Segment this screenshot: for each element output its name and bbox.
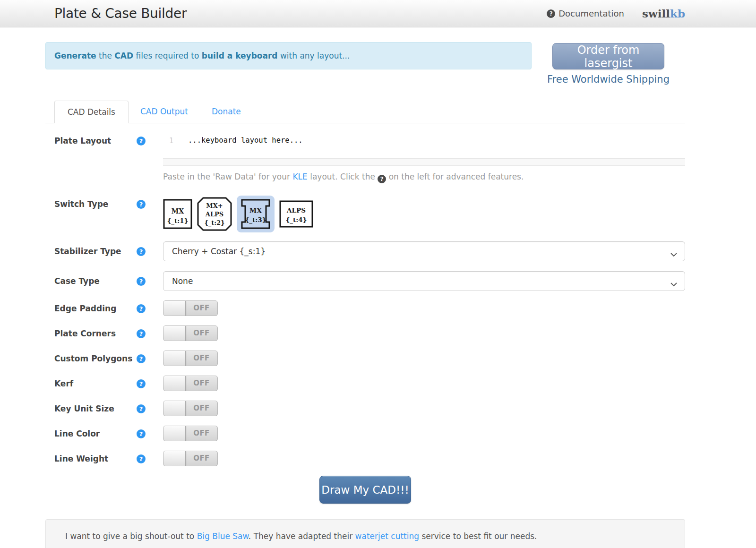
line-weight-row: Line Weight ? OFF [54,451,685,466]
question-icon[interactable]: ? [137,277,146,286]
svg-text:{_t:2}: {_t:2} [204,219,224,227]
question-icon[interactable]: ? [137,137,146,146]
banner-bold-cad: CAD [114,51,133,60]
kerf-row: Kerf ? OFF [54,376,685,391]
chevron-down-icon [670,249,678,259]
toggle-state-label: OFF [186,301,217,316]
tab-cad-output[interactable]: CAD Output [129,100,200,123]
help-text-segment: on the left for advanced features. [386,172,524,181]
svg-text:{_t:4}: {_t:4} [286,216,307,224]
plate-corners-label: Plate Corners [54,329,137,338]
switch-type-row: Switch Type ? MX {_t:1} MX+ ALPS {_t:2} [54,196,685,232]
toggle-state-label: OFF [186,451,217,466]
toggle-handle [163,301,186,316]
question-icon[interactable]: ? [137,354,146,363]
question-icon[interactable]: ? [137,304,146,313]
kle-link[interactable]: KLE [292,172,307,181]
banner-text: the [96,51,115,60]
key-unit-size-row: Key Unit Size ? OFF [54,401,685,416]
stabilizer-type-value: Cherry + Costar {_s:1} [172,247,266,256]
key-unit-size-toggle[interactable]: OFF [163,401,218,416]
tab-donate[interactable]: Donate [200,100,253,123]
edge-padding-toggle[interactable]: OFF [163,300,218,316]
documentation-link[interactable]: ? Documentation [547,9,624,18]
switch-type-label: Switch Type [54,196,137,209]
line-weight-label: Line Weight [54,454,137,463]
editor-code-text: ...keyboard layout here... [182,133,303,158]
question-icon[interactable]: ? [137,429,146,438]
svg-text:MX+: MX+ [206,202,223,209]
info-banner: Generate the CAD files required to build… [45,42,532,69]
top-row: Generate the CAD files required to build… [45,42,685,85]
plate-layout-row: Plate Layout ? 1 ...keyboard layout here… [54,133,685,183]
toggle-handle [163,376,186,391]
switch-option-alps-t4[interactable]: ALPS {_t:4} [279,200,313,228]
plate-layout-editor[interactable]: 1 ...keyboard layout here... [163,133,685,158]
switch-option-mx-alps-t2[interactable]: MX+ ALPS {_t:2} [197,197,232,231]
order-column: Order from lasergist Free Worldwide Ship… [532,42,685,85]
custom-polygons-label: Custom Polygons [54,354,137,363]
switch-options: MX {_t:1} MX+ ALPS {_t:2} MX {_t:3} [163,196,685,232]
question-icon[interactable]: ? [137,200,146,209]
waterjet-cutting-link[interactable]: waterjet cutting [355,531,419,541]
question-icon[interactable]: ? [137,404,146,413]
help-text-segment: layout. Click the [308,172,378,181]
line-color-label: Line Color [54,429,137,438]
custom-polygons-toggle[interactable]: OFF [163,351,218,366]
plate-corners-row: Plate Corners ? OFF [54,325,685,341]
help-text-segment: Paste in the 'Raw Data' for your [163,172,292,181]
footer-text-segment: I want to give a big shout-out to [65,531,197,541]
editor-horizontal-scrollbar[interactable] [163,158,685,166]
draw-my-cad-button[interactable]: Draw My CAD!!! [319,476,411,504]
question-icon[interactable]: ? [137,247,146,256]
svg-text:MX: MX [249,207,262,214]
question-icon[interactable]: ? [137,454,146,463]
free-shipping-note: Free Worldwide Shipping [547,74,670,85]
switch-option-mx-t3-selected[interactable]: MX {_t:3} [237,196,275,232]
swillkb-logo[interactable]: swillkb [642,7,685,20]
plate-corners-toggle[interactable]: OFF [163,325,218,341]
svg-text:MX: MX [172,207,184,215]
order-from-lasergist-button[interactable]: Order from lasergist [552,43,664,69]
case-type-label: Case Type [54,276,137,286]
header: Plate & Case Builder ? Documentation swi… [0,0,756,27]
toggle-handle [163,426,186,441]
question-icon[interactable]: ? [137,329,146,338]
banner-bold-build: build a keyboard [202,51,278,60]
svg-text:ALPS: ALPS [205,211,223,218]
svg-text:{_t:1}: {_t:1} [167,217,189,225]
toggle-state-label: OFF [186,326,217,341]
edge-padding-label: Edge Padding [54,304,137,313]
banner-bold-generate: Generate [54,51,96,60]
stabilizer-type-select[interactable]: Cherry + Costar {_s:1} [163,241,685,261]
plate-layout-label: Plate Layout [54,133,137,146]
question-icon[interactable]: ? [137,379,146,388]
question-icon: ? [378,175,386,183]
case-type-select[interactable]: None [163,271,685,291]
toggle-handle [163,351,186,366]
page-title: Plate & Case Builder [54,6,187,21]
stabilizer-type-label: Stabilizer Type [54,247,137,256]
shout-out-panel: I want to give a big shout-out to Big Bl… [45,519,685,548]
plate-layout-help-text: Paste in the 'Raw Data' for your KLE lay… [163,172,685,183]
banner-text: with any layout... [278,51,350,60]
kerf-toggle[interactable]: OFF [163,376,218,391]
stabilizer-type-row: Stabilizer Type ? Cherry + Costar {_s:1} [54,241,685,261]
footer-text-segment: service to best fit our needs. [419,531,537,541]
line-color-toggle[interactable]: OFF [163,426,218,441]
case-type-row: Case Type ? None [54,271,685,291]
big-blue-saw-link[interactable]: Big Blue Saw [197,531,249,541]
tab-cad-details[interactable]: CAD Details [54,101,129,123]
draw-button-row: Draw My CAD!!! [45,476,685,504]
banner-text: files required to [133,51,202,60]
line-weight-toggle[interactable]: OFF [163,451,218,466]
svg-text:{_t:3}: {_t:3} [245,216,266,224]
documentation-label: Documentation [558,9,624,18]
key-unit-size-label: Key Unit Size [54,404,137,413]
toggle-state-label: OFF [186,351,217,366]
custom-polygons-row: Custom Polygons ? OFF [54,351,685,366]
logo-kb: kb [670,7,685,20]
toggle-state-label: OFF [186,401,217,416]
tab-bar: CAD Details CAD Output Donate [45,100,685,123]
switch-option-mx-t1[interactable]: MX {_t:1} [163,199,192,229]
